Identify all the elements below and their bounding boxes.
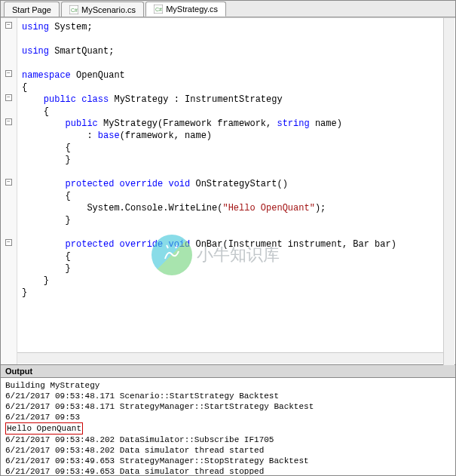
tab-start-page[interactable]: Start Page xyxy=(4,2,60,17)
fold-icon[interactable]: − xyxy=(5,179,12,186)
csharp-file-icon: C# xyxy=(69,5,78,14)
vertical-scrollbar[interactable] xyxy=(443,18,454,365)
horizontal-scrollbar[interactable] xyxy=(17,352,443,364)
output-line: 6/21/2017 09:53:48.202 DataSimulator::Su… xyxy=(5,435,274,444)
output-line: 6/21/2017 09:53:48.171 Scenario::StartSt… xyxy=(5,392,279,401)
fold-icon[interactable]: − xyxy=(5,94,12,101)
output-panel[interactable]: Building MyStrategy 6/21/2017 09:53:48.1… xyxy=(1,378,455,474)
tab-label: Start Page xyxy=(12,5,51,14)
output-title: Output xyxy=(5,367,32,376)
output-panel-header: Output xyxy=(1,364,455,378)
output-line: Building MyStrategy xyxy=(5,381,99,390)
code-area[interactable]: using System; using SmartQuant; namespac… xyxy=(17,18,455,364)
fold-icon[interactable]: − xyxy=(5,22,12,29)
tab-label: MyStrategy.cs xyxy=(166,5,218,14)
output-line: 6/21/2017 09:53:49.653 Data simulator th… xyxy=(5,467,264,474)
csharp-file-icon: C# xyxy=(154,5,163,14)
output-line: 6/21/2017 09:53:48.202 Data simulator th… xyxy=(5,446,264,455)
highlighted-output: Hello OpenQuant xyxy=(5,422,83,435)
fold-icon[interactable]: − xyxy=(5,70,12,77)
fold-icon[interactable]: − xyxy=(5,239,12,246)
tab-mystrategy[interactable]: C# MyStrategy.cs xyxy=(145,2,226,17)
tab-bar: Start Page C# MyScenario.cs C# MyStrateg… xyxy=(1,1,455,17)
fold-gutter: − − − − − − xyxy=(1,18,17,364)
fold-icon[interactable]: − xyxy=(5,118,12,125)
svg-text:C#: C# xyxy=(155,7,162,12)
output-line: 6/21/2017 09:53:49.653 StrategyManager::… xyxy=(5,456,309,465)
tab-label: MyScenario.cs xyxy=(81,5,136,14)
output-line: 6/21/2017 09:53:48.171 StrategyManager::… xyxy=(5,402,314,411)
tab-myscenario[interactable]: C# MyScenario.cs xyxy=(61,2,144,17)
output-line: 6/21/2017 09:53 xyxy=(5,413,80,422)
code-editor[interactable]: − − − − − − using System; using SmartQua… xyxy=(1,17,455,364)
svg-text:C#: C# xyxy=(71,8,78,13)
